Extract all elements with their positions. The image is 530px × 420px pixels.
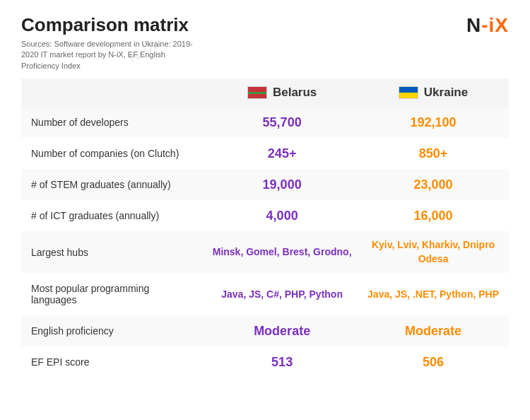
row-ukraine-value: 506 <box>358 346 509 378</box>
flag-ukraine <box>399 86 418 99</box>
row-ukraine-value: 23,000 <box>358 169 509 200</box>
row-belarus-value: 245+ <box>206 138 358 169</box>
page-title: Comparison matrix <box>21 14 205 36</box>
row-belarus-value: 19,000 <box>206 169 358 200</box>
row-belarus-value: Java, JS, C#, PHP, Python <box>206 273 358 315</box>
row-label: Number of companies (on Clutch) <box>21 138 206 169</box>
row-label: Largest hubs <box>21 231 206 273</box>
row-ukraine-value: Java, JS, .NET, Python, PHP <box>358 273 509 315</box>
header-label <box>21 78 206 107</box>
belarus-header-text: Belarus <box>273 86 317 100</box>
row-ukraine-value: 850+ <box>358 138 509 169</box>
logo: N-iX <box>466 14 509 37</box>
header-belarus: Belarus <box>206 78 358 107</box>
table-row: Largest hubsMinsk, Gomel, Brest, Grodno,… <box>21 231 509 273</box>
row-belarus-value: 4,000 <box>206 200 358 231</box>
row-ukraine-value: Moderate <box>358 315 509 346</box>
ukraine-header-text: Ukraine <box>424 86 468 100</box>
row-belarus-value: 55,700 <box>206 107 358 138</box>
row-label: # of ICT graduates (annually) <box>21 200 206 231</box>
table-header-row: Belarus Ukraine <box>21 78 509 107</box>
table-row: # of ICT graduates (annually)4,00016,000 <box>21 200 509 231</box>
row-ukraine-value: 16,000 <box>358 200 509 231</box>
table-row: EF EPI score513506 <box>21 346 509 378</box>
row-label: # of STEM graduates (annually) <box>21 169 206 200</box>
table-row: Number of companies (on Clutch)245+850+ <box>21 138 509 169</box>
sources-text: Sources: Software development in Ukraine… <box>21 39 205 71</box>
logo-n: N <box>466 14 481 36</box>
page-header: Comparison matrix Sources: Software deve… <box>21 14 509 71</box>
row-label: Most popular programming languages <box>21 273 206 315</box>
row-belarus-value: 513 <box>206 346 358 378</box>
table-row: English proficiencyModerateModerate <box>21 315 509 346</box>
row-label: EF EPI score <box>21 346 206 378</box>
table-row: Most popular programming languagesJava, … <box>21 273 509 315</box>
table-row: Number of developers55,700192,100 <box>21 107 509 138</box>
row-belarus-value: Minsk, Gomel, Brest, Grodno, <box>206 231 358 273</box>
comparison-table: Belarus Ukraine Numbe <box>21 78 509 378</box>
table-row: # of STEM graduates (annually)19,00023,0… <box>21 169 509 200</box>
row-ukraine-value: 192,100 <box>358 107 509 138</box>
row-label: Number of developers <box>21 107 206 138</box>
row-belarus-value: Moderate <box>206 315 358 346</box>
title-block: Comparison matrix Sources: Software deve… <box>21 14 205 71</box>
row-label: English proficiency <box>21 315 206 346</box>
row-ukraine-value: Kyiv, Lviv, Kharkiv, Dnipro Odesa <box>358 231 509 273</box>
header-ukraine: Ukraine <box>358 78 509 107</box>
flag-belarus <box>247 86 267 99</box>
